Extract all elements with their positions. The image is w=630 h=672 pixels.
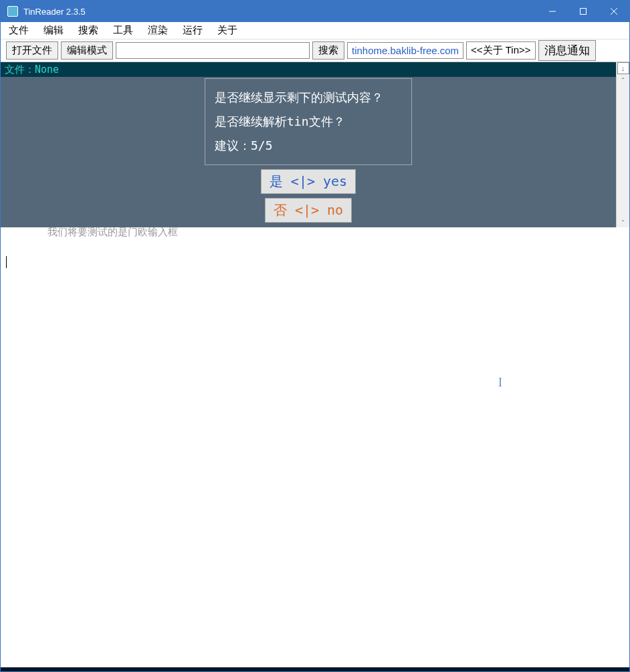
dialog-message-box: 是否继续显示剩下的测试内容？ 是否继续解析tin文件？ 建议：5/5 [205,78,412,165]
bottom-bar [1,667,629,671]
menu-run[interactable]: 运行 [183,24,203,37]
menu-render[interactable]: 渲染 [148,24,168,37]
svg-rect-1 [581,9,587,15]
edit-mode-button[interactable]: 编辑模式 [61,41,113,60]
notify-button[interactable]: 消息通知 [538,40,596,61]
ibeam-cursor-icon: I [498,376,505,388]
app-icon [7,6,18,17]
minimize-button[interactable] [537,1,568,22]
menu-file[interactable]: 文件 [9,24,29,37]
menubar: 文件 编辑 搜索 工具 渲染 运行 关于 [1,22,629,39]
scroll-up-icon: ˆ [622,77,625,85]
editor-area[interactable]: I [1,245,629,667]
titlebar: TinReader 2.3.5 [1,1,629,22]
search-button[interactable]: 搜索 [312,41,344,60]
dialog-row: 是否继续显示剩下的测试内容？ 是否继续解析tin文件？ 建议：5/5 是 <|>… [1,77,629,227]
menu-edit[interactable]: 编辑 [43,24,64,37]
app-window: TinReader 2.3.5 文件 编辑 搜索 工具 渲染 运行 关于 打开文… [0,0,630,672]
dialog-scrollbar[interactable]: ˆ ˇ [616,77,629,227]
text-caret [6,256,7,268]
dialog-line-3: 建议：5/5 [215,134,402,158]
menu-tools[interactable]: 工具 [113,24,133,37]
maximize-button[interactable] [568,1,599,22]
dialog-yes-button[interactable]: 是 <|> yes [261,169,356,194]
faded-content-text: 我们将要测试的是门欧输入框 [1,223,629,241]
toolbar: 打开文件 编辑模式 搜索 tinhome.baklib-free.com <<关… [1,39,629,62]
close-button[interactable] [599,1,629,22]
dialog-panel: 是否继续显示剩下的测试内容？ 是否继续解析tin文件？ 建议：5/5 是 <|>… [1,77,616,227]
home-link[interactable]: tinhome.baklib-free.com [347,42,463,59]
file-status-bar: 文件：None [1,62,616,77]
search-input[interactable] [116,42,310,59]
window-title: TinReader 2.3.5 [23,7,537,17]
arrow-down-icon: ↓ [617,62,629,74]
about-tin-button[interactable]: <<关于 Tin>> [466,41,536,60]
menu-search[interactable]: 搜索 [78,24,98,37]
open-file-button[interactable]: 打开文件 [6,41,58,60]
dialog-line-1: 是否继续显示剩下的测试内容？ [215,86,402,110]
menu-about[interactable]: 关于 [217,24,237,37]
window-controls [537,1,629,22]
dialog-line-2: 是否继续解析tin文件？ [215,110,402,134]
scroll-down-toggle[interactable]: ↓ [616,62,629,77]
dialog-no-button[interactable]: 否 <|> no [265,198,352,223]
